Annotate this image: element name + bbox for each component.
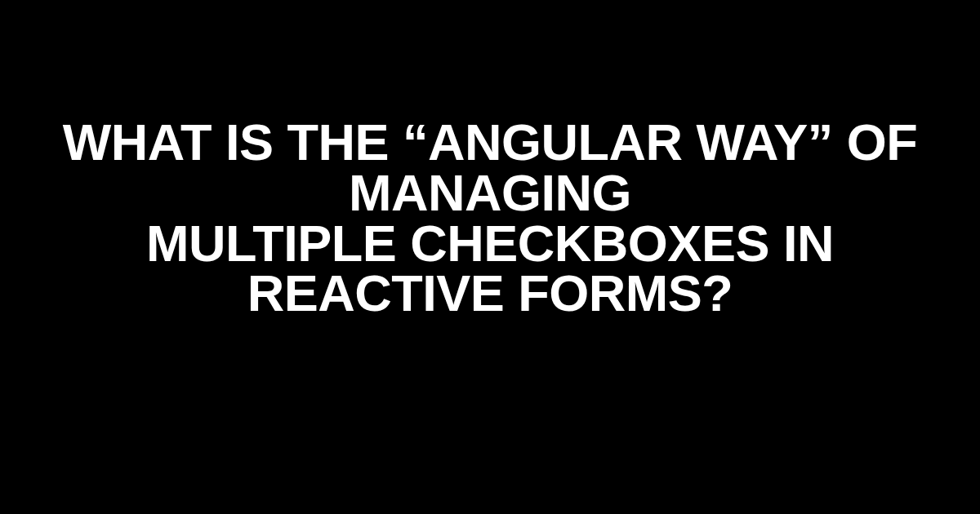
title-line-1: WHAT IS THE “ANGULAR WAY” OF MANAGING bbox=[63, 113, 917, 221]
page-title: WHAT IS THE “ANGULAR WAY” OF MANAGING MU… bbox=[33, 117, 947, 319]
text-container: WHAT IS THE “ANGULAR WAY” OF MANAGING MU… bbox=[0, 117, 980, 319]
title-line-2: MULTIPLE CHECKBOXES IN REACTIVE FORMS? bbox=[146, 215, 834, 322]
